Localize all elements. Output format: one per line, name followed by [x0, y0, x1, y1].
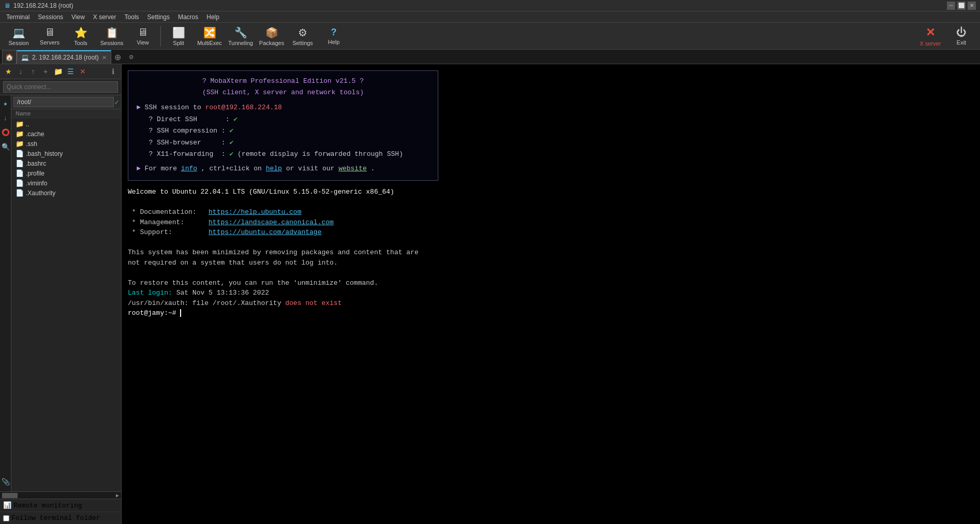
arrow-icon: ► [137, 104, 145, 111]
file-path-input[interactable] [13, 97, 114, 107]
tab-session-1[interactable]: 💻 2. 192.168.224.18 (root) ✕ [17, 50, 111, 64]
help-link[interactable]: help [266, 165, 282, 172]
file-list-header: Name [11, 109, 121, 118]
menu-view[interactable]: View [67, 12, 89, 22]
multiexec-icon: 🔀 [203, 26, 216, 39]
check-icon-3: ✔ [229, 139, 233, 147]
sidebar-info-button[interactable]: ℹ [108, 66, 118, 77]
menu-help[interactable]: Help [202, 12, 224, 22]
sidebar-hscrollbar[interactable]: ▶ [0, 491, 121, 499]
sidebar-left-down-icon[interactable]: ↓ [1, 113, 11, 123]
xserver-button[interactable]: ✕ X server [916, 24, 945, 48]
mgmt-link[interactable]: https://landscape.canonical.com [209, 219, 334, 226]
remote-monitoring-button[interactable]: 📊 Remote monitoring [3, 501, 118, 510]
close-button[interactable]: ✕ [968, 2, 976, 10]
help-button[interactable]: ? Help [319, 24, 348, 48]
tunneling-label: Tunneling [228, 40, 253, 46]
support-link[interactable]: https://ubuntu.com/advantage [209, 228, 321, 236]
sidebar-download-button[interactable]: ↓ [16, 66, 26, 77]
main-layout: ★ ↓ ↑ + 📁 ☰ ✕ ℹ ★ ↓ ⭕ 🔍 📎 [0, 64, 980, 524]
file-item-parent[interactable]: 📁 .. [11, 119, 121, 129]
file-list-name-header: Name [16, 110, 31, 117]
sidebar-new-button[interactable]: + [40, 66, 51, 77]
menu-macros[interactable]: Macros [174, 12, 202, 22]
terminal-line-lastlogin: Last login: Sat Nov 5 13:13:36 2022 [128, 288, 974, 298]
settings-label: Settings [292, 40, 313, 46]
terminal-line-blank-2 [128, 238, 974, 248]
tab-session-icon: 💻 [21, 54, 29, 61]
title-bar: 🖥 192.168.224.18 (root) ─ ⬜ ✕ [0, 0, 980, 11]
packages-label: Packages [259, 40, 284, 46]
welcome-subtitle: (SSH client, X server and network tools) [137, 88, 429, 98]
info-link[interactable]: info [181, 165, 197, 172]
file-list[interactable]: 📁 .. 📁 .cache 📁 .ssh 📄 .bash_history [11, 118, 121, 491]
multiexec-button[interactable]: 🔀 MultiExec [195, 24, 224, 48]
terminal-area[interactable]: ? MobaXterm Professional Edition v21.5 ?… [122, 64, 980, 524]
servers-icon: 🖥 [44, 26, 55, 38]
terminal-line-minimized-2: not required on a system that users do n… [128, 258, 974, 268]
tools-button[interactable]: ⭐ Tools [66, 24, 95, 48]
sidebar-left-history-icon[interactable]: 📎 [1, 477, 11, 487]
website-link[interactable]: website [338, 165, 367, 172]
file-item-name: .profile [26, 170, 44, 177]
follow-terminal-checkbox[interactable] [3, 515, 9, 521]
file-icon: 📄 [16, 189, 24, 197]
sessions-button[interactable]: 📋 Sessions [97, 24, 126, 48]
tab-home-button[interactable]: 🏠 [2, 50, 17, 64]
menu-settings[interactable]: Settings [143, 12, 174, 22]
follow-terminal-label[interactable]: Follow terminal folder [3, 514, 118, 522]
folder-icon: 📁 [16, 130, 24, 138]
sidebar-left-filter-icon[interactable]: 🔍 [1, 142, 11, 152]
sidebar-left-star-icon[interactable]: ★ [1, 98, 11, 109]
tunneling-button[interactable]: 🔧 Tunneling [226, 24, 255, 48]
follow-terminal-bar: Follow terminal folder [0, 512, 121, 524]
sidebar-left-icons: ★ ↓ ⭕ 🔍 📎 [0, 95, 11, 491]
sidebar-monitor-bar: 📊 Remote monitoring [0, 499, 121, 512]
file-item-bash-history[interactable]: 📄 .bash_history [11, 149, 121, 158]
help-icon: ? [331, 27, 337, 38]
sidebar-upload-button[interactable]: ↑ [28, 66, 38, 77]
quick-connect-input[interactable] [3, 81, 118, 93]
check-icon-4: ✔ [229, 150, 233, 158]
file-item-ssh[interactable]: 📁 .ssh [11, 139, 121, 149]
sidebar-star-button[interactable]: ★ [3, 66, 13, 77]
sidebar-hscroll-right[interactable]: ▶ [116, 492, 119, 499]
file-item-cache[interactable]: 📁 .cache [11, 129, 121, 139]
sidebar-left-up-icon[interactable]: ⭕ [1, 127, 11, 138]
file-item-xauthority[interactable]: 📄 .Xauthority [11, 188, 121, 198]
menu-xserver[interactable]: X server [89, 12, 121, 22]
new-tab-button[interactable]: ⊕ [111, 50, 125, 64]
exit-button[interactable]: ⏻ Exit [947, 24, 976, 48]
split-button[interactable]: ⬜ Split [164, 24, 193, 48]
tools-icon: ⭐ [75, 26, 87, 39]
session-button[interactable]: 💻 Session [4, 24, 33, 48]
file-item-name: .viminfo [26, 180, 47, 187]
servers-button[interactable]: 🖥 Servers [35, 24, 64, 48]
menu-tools[interactable]: Tools [121, 12, 143, 22]
terminal-line-restore: To restore this content, you can run the… [128, 278, 974, 288]
packages-button[interactable]: 📦 Packages [257, 24, 286, 48]
doc-link[interactable]: https://help.ubuntu.com [209, 208, 301, 216]
file-item-bashrc[interactable]: 📄 .bashrc [11, 158, 121, 168]
sidebar-delete-button[interactable]: ✕ [78, 66, 88, 77]
tab-close-button[interactable]: ✕ [102, 54, 107, 61]
sidebar-folder-button[interactable]: 📁 [53, 66, 63, 77]
minimize-button[interactable]: ─ [947, 2, 955, 10]
terminal-line-xauth: /usr/bin/xauth: file /root/.Xauthority d… [128, 298, 974, 309]
menu-sessions[interactable]: Sessions [34, 12, 67, 22]
menu-terminal[interactable]: Terminal [2, 12, 34, 22]
file-icon: 📄 [16, 169, 24, 177]
terminal-output[interactable]: ? MobaXterm Professional Edition v21.5 ?… [122, 64, 980, 524]
remote-monitoring-label: Remote monitoring [13, 502, 82, 510]
view-button[interactable]: 🖥 View [128, 24, 157, 48]
file-path-check-icon: ✓ [115, 98, 119, 107]
sidebar-list-button[interactable]: ☰ [65, 66, 76, 77]
restore-button[interactable]: ⬜ [957, 2, 966, 10]
file-item-profile[interactable]: 📄 .profile [11, 168, 121, 178]
multiexec-label: MultiExec [197, 40, 222, 46]
xserver-icon: ✕ [926, 26, 935, 39]
sidebar-hscroll-thumb[interactable] [2, 493, 18, 498]
settings-button[interactable]: ⚙ Settings [288, 24, 317, 48]
file-item-viminfo[interactable]: 📄 .viminfo [11, 178, 121, 188]
tab-more-button[interactable]: ⚙ [125, 50, 138, 64]
